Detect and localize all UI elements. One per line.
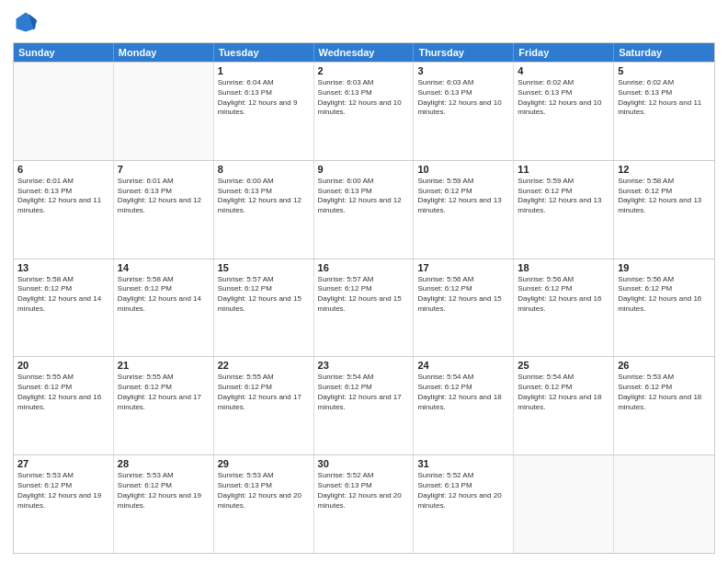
day-info: Sunrise: 5:52 AM Sunset: 6:13 PM Dayligh…	[417, 471, 509, 511]
calendar-week-1: 1Sunrise: 6:04 AM Sunset: 6:13 PM Daylig…	[14, 62, 714, 160]
day-number: 21	[118, 360, 210, 371]
calendar-cell: 11Sunrise: 5:59 AM Sunset: 6:12 PM Dayli…	[514, 161, 614, 259]
day-info: Sunrise: 5:59 AM Sunset: 6:12 PM Dayligh…	[518, 177, 609, 216]
day-info: Sunrise: 6:00 AM Sunset: 6:13 PM Dayligh…	[318, 177, 410, 216]
calendar-cell: 18Sunrise: 5:56 AM Sunset: 6:12 PM Dayli…	[514, 259, 614, 357]
day-info: Sunrise: 5:53 AM Sunset: 6:12 PM Dayligh…	[118, 471, 210, 511]
day-number: 18	[518, 262, 609, 273]
calendar-cell: 9Sunrise: 6:00 AM Sunset: 6:13 PM Daylig…	[314, 161, 415, 259]
day-number: 9	[318, 164, 410, 175]
calendar-cell: 10Sunrise: 5:59 AM Sunset: 6:12 PM Dayli…	[414, 161, 514, 259]
day-info: Sunrise: 5:58 AM Sunset: 6:12 PM Dayligh…	[118, 275, 210, 315]
day-number: 8	[218, 164, 310, 175]
day-number: 24	[417, 360, 509, 371]
day-number: 13	[17, 262, 109, 273]
day-number: 31	[417, 458, 509, 469]
day-number: 26	[618, 360, 711, 371]
day-info: Sunrise: 5:56 AM Sunset: 6:12 PM Dayligh…	[518, 275, 609, 315]
calendar-cell: 31Sunrise: 5:52 AM Sunset: 6:13 PM Dayli…	[414, 455, 514, 553]
day-info: Sunrise: 6:01 AM Sunset: 6:13 PM Dayligh…	[17, 177, 109, 216]
header-day-sunday: Sunday	[14, 43, 114, 62]
calendar-cell: 14Sunrise: 5:58 AM Sunset: 6:12 PM Dayli…	[114, 259, 214, 357]
calendar-cell	[14, 63, 114, 160]
day-number: 22	[218, 360, 310, 371]
day-info: Sunrise: 6:02 AM Sunset: 6:13 PM Dayligh…	[618, 78, 711, 118]
page: SundayMondayTuesdayWednesdayThursdayFrid…	[0, 0, 728, 563]
day-number: 3	[417, 65, 509, 76]
day-info: Sunrise: 5:58 AM Sunset: 6:12 PM Dayligh…	[618, 177, 711, 216]
calendar-cell: 7Sunrise: 6:01 AM Sunset: 6:13 PM Daylig…	[114, 161, 214, 259]
calendar-cell: 16Sunrise: 5:57 AM Sunset: 6:12 PM Dayli…	[314, 259, 415, 357]
calendar-cell: 13Sunrise: 5:58 AM Sunset: 6:12 PM Dayli…	[14, 259, 114, 357]
day-number: 15	[218, 262, 310, 273]
day-info: Sunrise: 5:57 AM Sunset: 6:12 PM Dayligh…	[318, 275, 410, 315]
calendar-cell: 29Sunrise: 5:53 AM Sunset: 6:13 PM Dayli…	[214, 455, 314, 553]
day-info: Sunrise: 5:54 AM Sunset: 6:12 PM Dayligh…	[518, 373, 609, 412]
header-day-wednesday: Wednesday	[314, 43, 415, 62]
day-info: Sunrise: 5:56 AM Sunset: 6:12 PM Dayligh…	[618, 275, 711, 315]
day-number: 27	[17, 458, 109, 469]
day-number: 1	[218, 65, 310, 76]
calendar-cell: 8Sunrise: 6:00 AM Sunset: 6:13 PM Daylig…	[214, 161, 314, 259]
calendar-cell: 2Sunrise: 6:03 AM Sunset: 6:13 PM Daylig…	[314, 63, 415, 160]
day-number: 16	[318, 262, 410, 273]
day-number: 25	[518, 360, 609, 371]
calendar-cell	[114, 63, 214, 160]
calendar-cell: 20Sunrise: 5:55 AM Sunset: 6:12 PM Dayli…	[14, 357, 114, 454]
calendar-header: SundayMondayTuesdayWednesdayThursdayFrid…	[14, 43, 714, 62]
calendar-week-3: 13Sunrise: 5:58 AM Sunset: 6:12 PM Dayli…	[14, 259, 714, 357]
header-day-thursday: Thursday	[414, 43, 514, 62]
day-info: Sunrise: 5:53 AM Sunset: 6:13 PM Dayligh…	[218, 471, 310, 511]
header-day-friday: Friday	[514, 43, 614, 62]
calendar-week-5: 27Sunrise: 5:53 AM Sunset: 6:12 PM Dayli…	[14, 454, 714, 553]
day-info: Sunrise: 6:04 AM Sunset: 6:13 PM Dayligh…	[218, 78, 310, 118]
calendar-cell	[614, 455, 714, 553]
day-number: 29	[218, 458, 310, 469]
day-info: Sunrise: 6:00 AM Sunset: 6:13 PM Dayligh…	[218, 177, 310, 216]
calendar-cell: 17Sunrise: 5:56 AM Sunset: 6:12 PM Dayli…	[414, 259, 514, 357]
logo-icon	[13, 9, 39, 35]
calendar-cell: 12Sunrise: 5:58 AM Sunset: 6:12 PM Dayli…	[614, 161, 714, 259]
day-number: 12	[618, 164, 711, 175]
day-info: Sunrise: 6:03 AM Sunset: 6:13 PM Dayligh…	[318, 78, 410, 118]
day-info: Sunrise: 5:57 AM Sunset: 6:12 PM Dayligh…	[218, 275, 310, 315]
header	[13, 9, 715, 35]
calendar-cell: 22Sunrise: 5:55 AM Sunset: 6:12 PM Dayli…	[214, 357, 314, 454]
day-number: 11	[518, 164, 609, 175]
calendar-cell: 3Sunrise: 6:03 AM Sunset: 6:13 PM Daylig…	[414, 63, 514, 160]
day-info: Sunrise: 5:52 AM Sunset: 6:13 PM Dayligh…	[318, 471, 410, 511]
day-number: 28	[118, 458, 210, 469]
day-number: 2	[318, 65, 410, 76]
day-info: Sunrise: 5:53 AM Sunset: 6:12 PM Dayligh…	[17, 471, 109, 511]
day-info: Sunrise: 5:54 AM Sunset: 6:12 PM Dayligh…	[417, 373, 509, 412]
day-number: 20	[17, 360, 109, 371]
day-number: 17	[417, 262, 509, 273]
day-number: 14	[118, 262, 210, 273]
calendar-body: 1Sunrise: 6:04 AM Sunset: 6:13 PM Daylig…	[14, 62, 714, 553]
day-number: 4	[518, 65, 609, 76]
calendar-cell: 6Sunrise: 6:01 AM Sunset: 6:13 PM Daylig…	[14, 161, 114, 259]
day-number: 19	[618, 262, 711, 273]
calendar-cell: 23Sunrise: 5:54 AM Sunset: 6:12 PM Dayli…	[314, 357, 415, 454]
calendar-cell: 19Sunrise: 5:56 AM Sunset: 6:12 PM Dayli…	[614, 259, 714, 357]
day-info: Sunrise: 5:58 AM Sunset: 6:12 PM Dayligh…	[17, 275, 109, 315]
day-info: Sunrise: 5:59 AM Sunset: 6:12 PM Dayligh…	[417, 177, 509, 216]
calendar-cell	[514, 455, 614, 553]
calendar-cell: 25Sunrise: 5:54 AM Sunset: 6:12 PM Dayli…	[514, 357, 614, 454]
calendar: SundayMondayTuesdayWednesdayThursdayFrid…	[13, 42, 715, 554]
calendar-cell: 30Sunrise: 5:52 AM Sunset: 6:13 PM Dayli…	[314, 455, 415, 553]
day-number: 7	[118, 164, 210, 175]
day-info: Sunrise: 5:55 AM Sunset: 6:12 PM Dayligh…	[17, 373, 109, 412]
day-info: Sunrise: 5:55 AM Sunset: 6:12 PM Dayligh…	[118, 373, 210, 412]
calendar-cell: 28Sunrise: 5:53 AM Sunset: 6:12 PM Dayli…	[114, 455, 214, 553]
header-day-monday: Monday	[114, 43, 214, 62]
calendar-week-4: 20Sunrise: 5:55 AM Sunset: 6:12 PM Dayli…	[14, 356, 714, 454]
header-day-saturday: Saturday	[614, 43, 714, 62]
logo	[13, 9, 42, 35]
calendar-cell: 27Sunrise: 5:53 AM Sunset: 6:12 PM Dayli…	[14, 455, 114, 553]
day-info: Sunrise: 5:53 AM Sunset: 6:12 PM Dayligh…	[618, 373, 711, 412]
calendar-cell: 24Sunrise: 5:54 AM Sunset: 6:12 PM Dayli…	[414, 357, 514, 454]
calendar-cell: 5Sunrise: 6:02 AM Sunset: 6:13 PM Daylig…	[614, 63, 714, 160]
day-info: Sunrise: 6:01 AM Sunset: 6:13 PM Dayligh…	[118, 177, 210, 216]
day-number: 5	[618, 65, 711, 76]
